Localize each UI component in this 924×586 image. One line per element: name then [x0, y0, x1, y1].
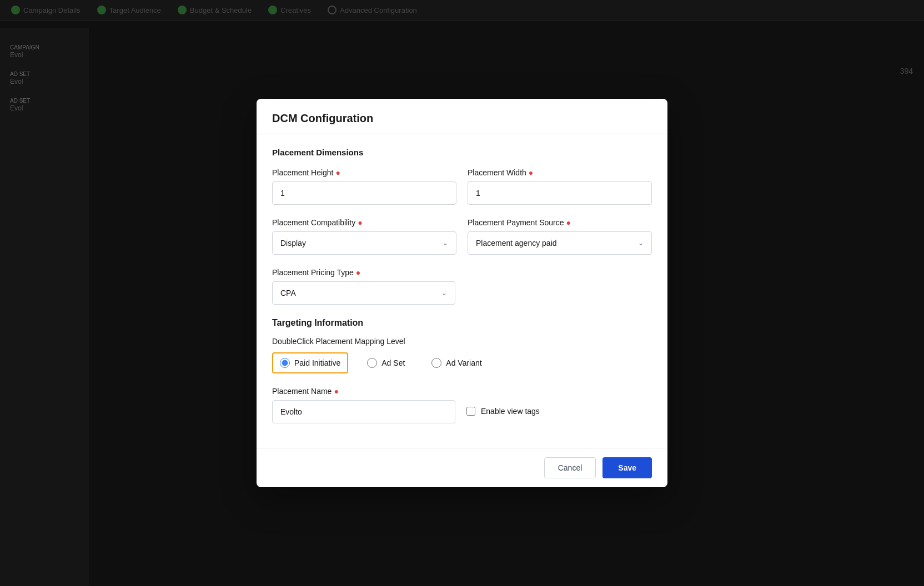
- radio-input-ad-set[interactable]: [367, 358, 377, 368]
- width-required: ●: [529, 168, 533, 177]
- placement-name-label: Placement Name ●: [272, 387, 455, 396]
- radio-paid-initiative[interactable]: Paid Initiative: [272, 352, 348, 373]
- pricing-type-spacer: [468, 268, 652, 305]
- height-required: ●: [336, 168, 340, 177]
- placement-pricing-type-group: Placement Pricing Type ● CPA ⌄: [272, 268, 456, 305]
- placement-width-group: Placement Width ●: [468, 168, 652, 205]
- dcm-configuration-modal: DCM Configuration Placement Dimensions P…: [257, 99, 667, 487]
- pricing-type-chevron-icon: ⌄: [441, 289, 447, 297]
- placement-name-input[interactable]: [272, 400, 455, 423]
- radio-label-ad-variant: Ad Variant: [446, 358, 481, 367]
- placement-width-label: Placement Width ●: [468, 168, 652, 177]
- mapping-level-label: DoubleClick Placement Mapping Level: [272, 337, 652, 346]
- compatibility-payment-row: Placement Compatibility ● Display ⌄ Plac…: [272, 218, 652, 255]
- placement-compatibility-select[interactable]: Display ⌄: [272, 231, 456, 255]
- compatibility-required: ●: [358, 218, 362, 227]
- payment-source-chevron-icon: ⌄: [638, 239, 644, 247]
- modal-header: DCM Configuration: [257, 99, 667, 134]
- radio-ad-set[interactable]: Ad Set: [359, 352, 413, 373]
- placement-height-label: Placement Height ●: [272, 168, 456, 177]
- radio-group: Paid Initiative Ad Set Ad Variant: [272, 352, 652, 373]
- bottom-row: Placement Name ● Enable view tags: [272, 387, 652, 423]
- modal-backdrop: DCM Configuration Placement Dimensions P…: [0, 0, 924, 586]
- placement-height-group: Placement Height ●: [272, 168, 456, 205]
- modal-title: DCM Configuration: [272, 112, 652, 125]
- enable-view-tags-group: Enable view tags: [466, 387, 540, 416]
- cancel-button[interactable]: Cancel: [544, 457, 596, 478]
- placement-name-required: ●: [334, 387, 338, 396]
- modal-body: Placement Dimensions Placement Height ● …: [257, 134, 667, 448]
- placement-compatibility-label: Placement Compatibility ●: [272, 218, 456, 227]
- placement-dimensions-title: Placement Dimensions: [272, 148, 652, 157]
- placement-width-input[interactable]: [468, 181, 652, 205]
- payment-source-value: Placement agency paid: [476, 239, 557, 247]
- placement-pricing-type-select[interactable]: CPA ⌄: [272, 281, 455, 305]
- enable-view-tags-label: Enable view tags: [481, 407, 540, 416]
- radio-label-ad-set: Ad Set: [381, 358, 405, 367]
- modal-footer: Cancel Save: [257, 448, 667, 487]
- radio-input-paid-initiative[interactable]: [280, 358, 290, 368]
- save-button[interactable]: Save: [602, 457, 652, 478]
- targeting-title: Targeting Information: [272, 318, 652, 328]
- pricing-type-row: Placement Pricing Type ● CPA ⌄: [272, 268, 652, 305]
- radio-input-ad-variant[interactable]: [431, 358, 441, 368]
- pricing-type-required: ●: [356, 268, 360, 277]
- enable-view-tags-checkbox[interactable]: [466, 407, 475, 416]
- placement-payment-source-label: Placement Payment Source ●: [468, 218, 652, 227]
- radio-label-paid-initiative: Paid Initiative: [294, 358, 340, 367]
- placement-pricing-type-label: Placement Pricing Type ●: [272, 268, 456, 277]
- radio-ad-variant[interactable]: Ad Variant: [424, 352, 489, 373]
- placement-compatibility-group: Placement Compatibility ● Display ⌄: [272, 218, 456, 255]
- targeting-section: Targeting Information DoubleClick Placem…: [272, 318, 652, 423]
- payment-source-required: ●: [566, 218, 571, 227]
- placement-height-input[interactable]: [272, 181, 456, 205]
- pricing-type-value: CPA: [280, 289, 296, 297]
- placement-payment-source-group: Placement Payment Source ● Placement age…: [468, 218, 652, 255]
- placement-name-group: Placement Name ●: [272, 387, 455, 423]
- compatibility-value: Display: [280, 239, 306, 247]
- compatibility-chevron-icon: ⌄: [443, 239, 448, 247]
- height-width-row: Placement Height ● Placement Width ●: [272, 168, 652, 205]
- placement-payment-source-select[interactable]: Placement agency paid ⌄: [468, 231, 652, 255]
